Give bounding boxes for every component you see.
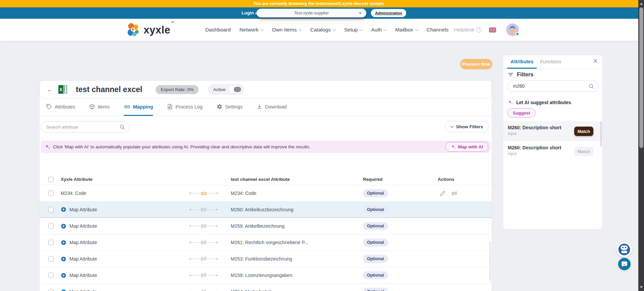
table-row[interactable]: Map Attribute M261: Rechtlich vorgeschri…	[40, 234, 492, 250]
map-attribute-button[interactable]: Map Attribute	[61, 240, 176, 245]
nav-network[interactable]: Network	[239, 27, 263, 33]
active-toggle[interactable]	[229, 86, 242, 93]
result-title: M260: Description short	[508, 125, 561, 131]
map-attribute-button[interactable]: Map Attribute	[61, 273, 176, 278]
app-window: You are currently browsing the testchann…	[0, 0, 644, 291]
tab-settings[interactable]: Settings	[217, 98, 243, 116]
edit-mapping-button[interactable]	[440, 191, 445, 196]
unlink-icon	[200, 288, 207, 291]
map-attribute-button[interactable]: Map Attribute	[61, 289, 176, 291]
col-required-header: Required	[363, 177, 438, 182]
ai-banner-text: Click 'Map with AI' to automatically pop…	[53, 144, 311, 149]
row-checkbox[interactable]	[48, 223, 54, 229]
chevron-down-icon	[299, 27, 302, 31]
chat-support-button[interactable]	[618, 258, 631, 270]
panel-search[interactable]	[507, 80, 598, 92]
sparkle-icon	[451, 144, 456, 149]
nav-catalogs[interactable]: Catalogs	[310, 27, 335, 33]
table-scrollbar-thumb[interactable]	[489, 241, 491, 282]
row-checkbox[interactable]	[48, 207, 54, 212]
user-avatar[interactable]	[506, 23, 519, 36]
select-all-checkbox[interactable]	[48, 177, 54, 182]
ai-assistant-button[interactable]	[616, 242, 632, 257]
tab-attributes[interactable]: Attributes	[46, 98, 75, 116]
row-checkbox[interactable]	[48, 191, 54, 196]
required-badge: Optional	[363, 288, 388, 291]
attribute-result[interactable]: M260: Description short input Match	[503, 141, 602, 162]
map-with-ai-banner: Click 'Map with AI' to automatically pop…	[41, 141, 490, 153]
panel-tab-functions[interactable]: Functions	[537, 55, 565, 69]
map-attribute-button[interactable]: Map Attribute	[61, 256, 176, 262]
attribute-search[interactable]	[41, 121, 129, 133]
match-button[interactable]: Match	[574, 147, 593, 156]
col-actions-header: Actions	[438, 177, 492, 182]
suggest-button[interactable]: Suggest	[507, 108, 536, 118]
table-row[interactable]: Map Attribute M253: Funktionsbezeichnung…	[40, 250, 492, 267]
tab-items[interactable]: Items	[89, 98, 109, 116]
logo-mark-icon	[127, 23, 141, 38]
tab-download[interactable]: Download	[257, 98, 287, 116]
login-as-user-select[interactable]: Test-xyxle-supplier	[257, 9, 366, 17]
table-row[interactable]: Map Attribute M259: Artikelbezeichnung O…	[40, 218, 492, 234]
attribute-search-input[interactable]	[41, 122, 129, 132]
required-badge: Optional	[363, 189, 388, 197]
plus-circle-icon	[61, 256, 66, 262]
select-caret-icon	[359, 12, 362, 14]
unlink-icon	[200, 256, 207, 262]
scroll-down-arrow[interactable]	[640, 286, 643, 289]
row-checkbox[interactable]	[48, 240, 54, 245]
panel-tabs: Attributes Functions	[503, 55, 602, 69]
row-checkbox[interactable]	[48, 273, 54, 278]
panel-tab-attributes[interactable]: Attributes	[507, 55, 537, 69]
tab-mapping[interactable]: Mapping	[124, 98, 153, 116]
link-icon	[200, 190, 207, 197]
channel-tabs: Attributes Items Mapping Process Log Set…	[40, 98, 492, 116]
nav-own-items[interactable]: Own Items	[272, 27, 302, 33]
tab-process-log[interactable]: Process Log	[167, 98, 203, 116]
filters-heading: Filters	[508, 71, 534, 78]
table-row[interactable]: Map Attribute M260: Artikelkurzbezeichnu…	[40, 201, 492, 218]
nav-setup[interactable]: Setup	[344, 27, 363, 33]
show-filters-button[interactable]: Show Filters	[445, 121, 489, 132]
mapping-indicator	[176, 190, 231, 197]
map-attribute-button[interactable]: Map Attribute	[61, 207, 176, 212]
page-scrollbar[interactable]	[638, 0, 644, 291]
nav-channels[interactable]: Channels	[427, 27, 449, 33]
row-checkbox[interactable]	[48, 289, 54, 291]
map-with-ai-button[interactable]: Map with AI	[445, 142, 489, 152]
nav-dashboard[interactable]: Dashboard	[205, 27, 231, 33]
table-row[interactable]: M234: Code M234: Code Optional	[40, 185, 492, 201]
row-checkbox[interactable]	[48, 256, 54, 262]
table-row[interactable]: Map Attribute M159: Lizenzierungsangaben…	[40, 267, 492, 283]
helpdesk-link[interactable]: Helpdesk ?	[454, 27, 482, 32]
panel-search-input[interactable]	[507, 81, 598, 91]
nav-auth[interactable]: Auth	[371, 27, 386, 33]
search-icon	[119, 124, 125, 130]
match-button[interactable]: Match	[574, 127, 593, 136]
pencil-icon	[440, 191, 445, 196]
unlink-icon	[200, 239, 207, 246]
unlink-mapping-button[interactable]	[451, 190, 458, 197]
chevron-down-icon	[360, 27, 363, 31]
process-now-button[interactable]: Process Now	[460, 59, 492, 69]
chevron-down-icon	[384, 27, 387, 31]
administration-button[interactable]: Administration	[371, 9, 406, 17]
language-flag-icon[interactable]	[489, 27, 496, 32]
source-attribute: M234: Code	[61, 191, 176, 196]
scrollbar-thumb[interactable]	[639, 7, 643, 148]
target-attribute: M259: Artikelbezeichnung	[231, 223, 363, 229]
brand-logo[interactable]: xyxle™	[127, 23, 174, 38]
svg-text:X: X	[59, 87, 62, 92]
table-row[interactable]: Map Attribute M254: Marke/Label Optional	[40, 283, 492, 291]
chat-bubble-icon	[621, 261, 628, 268]
map-attribute-button[interactable]: Map Attribute	[61, 223, 176, 229]
plus-circle-icon	[61, 223, 66, 229]
nav-mailbox[interactable]: Mailbox	[395, 27, 418, 33]
chevron-down-icon	[333, 27, 336, 31]
required-badge: Optional	[363, 271, 388, 279]
sparkle-icon	[508, 100, 513, 105]
back-button[interactable]: ←	[47, 86, 53, 93]
panel-scrollbar-thumb[interactable]	[600, 121, 602, 147]
attribute-result[interactable]: M260: Description short input Match	[503, 121, 602, 141]
scroll-up-arrow[interactable]	[640, 2, 643, 5]
